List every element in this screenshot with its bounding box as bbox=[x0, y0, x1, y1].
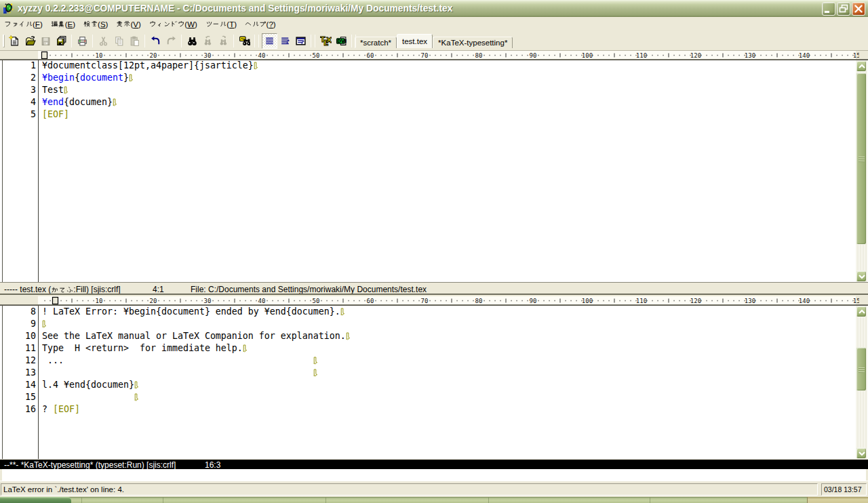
find-next-icon bbox=[218, 35, 229, 47]
save-button[interactable] bbox=[38, 33, 54, 49]
find-button[interactable] bbox=[184, 33, 200, 49]
scrollbar-thumb[interactable] bbox=[856, 347, 867, 391]
toolbar-separator bbox=[181, 35, 182, 47]
close-button[interactable] bbox=[852, 2, 865, 16]
tex-typeset-button[interactable]: TEX bbox=[318, 33, 334, 49]
wrap-char-icon bbox=[279, 35, 291, 47]
scroll-up-button[interactable] bbox=[856, 306, 867, 317]
new-file-button[interactable] bbox=[7, 33, 22, 49]
find-next-button[interactable] bbox=[216, 33, 231, 49]
print-button[interactable] bbox=[75, 33, 90, 49]
scrollbar-bottom[interactable] bbox=[856, 306, 867, 459]
menu-file[interactable]: (F) bbox=[0, 18, 47, 31]
scrollbar-thumb[interactable] bbox=[856, 73, 867, 245]
tex-typeset-icon: TEX bbox=[320, 35, 332, 47]
status-bar: LaTeX error in `./test.tex' on line: 4. … bbox=[0, 481, 868, 497]
menu-bar: (F)(E)(S)(V)(W)(T)(?) bbox=[0, 17, 868, 31]
svg-text:140: 140 bbox=[799, 52, 810, 59]
paste-button[interactable] bbox=[127, 33, 142, 49]
xyzzy-window: xyzzy 0.2.2.233@COMPUTERNAME - C:/Docume… bbox=[0, 0, 868, 503]
editor-pane-bottom[interactable]: 8! LaTeX Error: ¥begin{document} ended b… bbox=[0, 305, 868, 459]
dvi-preview-icon: DVI bbox=[336, 35, 347, 47]
line-number: 8 bbox=[3, 306, 36, 318]
newline-mark bbox=[313, 369, 318, 377]
scroll-down-button[interactable] bbox=[856, 447, 867, 459]
wrap-window-icon bbox=[295, 35, 307, 47]
find-in-files-button[interactable] bbox=[237, 33, 252, 49]
redo-icon bbox=[165, 35, 177, 47]
editor-line-3: 3Test bbox=[3, 84, 856, 96]
svg-text:90: 90 bbox=[530, 298, 537, 304]
title-bar[interactable]: xyzzy 0.2.2.233@COMPUTERNAME - C:/Docume… bbox=[0, 0, 868, 17]
find-prev-button[interactable] bbox=[200, 33, 216, 49]
chevron-up-icon bbox=[857, 308, 867, 316]
find-prev-icon bbox=[202, 35, 214, 47]
newline-mark bbox=[243, 344, 248, 353]
find-in-files-icon bbox=[239, 35, 250, 47]
menu-tools[interactable]: (T) bbox=[201, 18, 241, 31]
scroll-up-button[interactable] bbox=[856, 60, 867, 72]
newline-mark bbox=[42, 320, 47, 328]
toolbar-separator bbox=[144, 35, 145, 47]
svg-text:20: 20 bbox=[150, 52, 157, 59]
chevron-down-icon bbox=[857, 449, 867, 458]
menu-help[interactable]: (?) bbox=[241, 18, 280, 31]
editor-line-2: 2¥begin{document} bbox=[3, 72, 856, 84]
newline-mark bbox=[254, 62, 258, 70]
svg-text:110: 110 bbox=[636, 52, 647, 59]
editor-line-16: 16? [EOF] bbox=[3, 403, 856, 416]
undo-icon bbox=[150, 35, 161, 47]
undo-button[interactable] bbox=[148, 33, 163, 49]
no-wrap-icon bbox=[264, 35, 275, 47]
start-button[interactable] bbox=[0, 497, 71, 503]
svg-text:60: 60 bbox=[367, 52, 374, 59]
minimize-button[interactable] bbox=[822, 2, 835, 16]
restore-button[interactable] bbox=[837, 2, 850, 16]
svg-text:120: 120 bbox=[690, 52, 701, 59]
editor-line-12: 12 ... bbox=[3, 355, 856, 367]
menu-edit[interactable]: (E) bbox=[47, 18, 79, 31]
editor-line-10: 10See the LaTeX manual or LaTeX Companio… bbox=[3, 330, 856, 342]
tab-KaTeX-typesetting[interactable]: *KaTeX-typesetting* bbox=[433, 37, 513, 48]
scrollbar-top[interactable] bbox=[856, 60, 867, 282]
editor-pane-top[interactable]: 1¥documentclass[12pt,a4paper]{jsarticle}… bbox=[0, 60, 868, 282]
no-wrap-button[interactable] bbox=[262, 33, 277, 49]
menu-view[interactable]: (V) bbox=[112, 18, 144, 31]
mode-line-top-file: File: C:/Documents and Settings/moriwaki… bbox=[191, 285, 427, 294]
chevron-up-icon bbox=[857, 62, 867, 71]
svg-text:140: 140 bbox=[799, 298, 810, 304]
redo-button[interactable] bbox=[163, 33, 179, 49]
ruler-bottom: 102030405060708090100110120130140150 bbox=[0, 296, 868, 305]
scroll-down-button[interactable] bbox=[856, 270, 867, 282]
svg-text:X: X bbox=[326, 36, 332, 45]
wrap-window-button[interactable] bbox=[293, 33, 309, 49]
tab-test.tex[interactable]: test.tex bbox=[397, 34, 433, 48]
new-file-icon bbox=[9, 35, 20, 47]
toolbar-separator bbox=[233, 35, 234, 47]
editor-line-11: 11Type H <return> for immediate help. bbox=[3, 342, 856, 355]
editor-line-8: 8! LaTeX Error: ¥begin{document} ended b… bbox=[3, 306, 856, 318]
cut-icon bbox=[98, 35, 109, 47]
toolbar-gripper[interactable] bbox=[3, 35, 5, 47]
menu-window[interactable]: (W) bbox=[145, 18, 201, 31]
menu-search[interactable]: (S) bbox=[79, 18, 112, 31]
toolbar-separator bbox=[92, 35, 93, 47]
ruler-top: 102030405060708090100110120130140150 bbox=[0, 51, 868, 60]
open-file-button[interactable] bbox=[22, 33, 38, 49]
dvi-preview-button[interactable]: DVI bbox=[334, 33, 349, 49]
line-number: 12 bbox=[3, 355, 36, 367]
save-all-icon bbox=[56, 35, 67, 47]
line-number: 14 bbox=[3, 379, 36, 391]
svg-text:20: 20 bbox=[150, 298, 157, 304]
copy-button[interactable] bbox=[111, 33, 127, 49]
svg-text:50: 50 bbox=[313, 52, 320, 59]
save-all-button[interactable] bbox=[54, 33, 69, 49]
wrap-char-button[interactable] bbox=[277, 33, 293, 49]
toolbar-separator bbox=[315, 35, 315, 47]
line-number: 15 bbox=[3, 391, 36, 403]
svg-text:10: 10 bbox=[96, 298, 103, 304]
cut-button[interactable] bbox=[96, 33, 111, 49]
tab-scratch[interactable]: *scratch* bbox=[355, 37, 397, 48]
svg-text:30: 30 bbox=[204, 52, 212, 59]
newline-mark bbox=[113, 98, 117, 106]
